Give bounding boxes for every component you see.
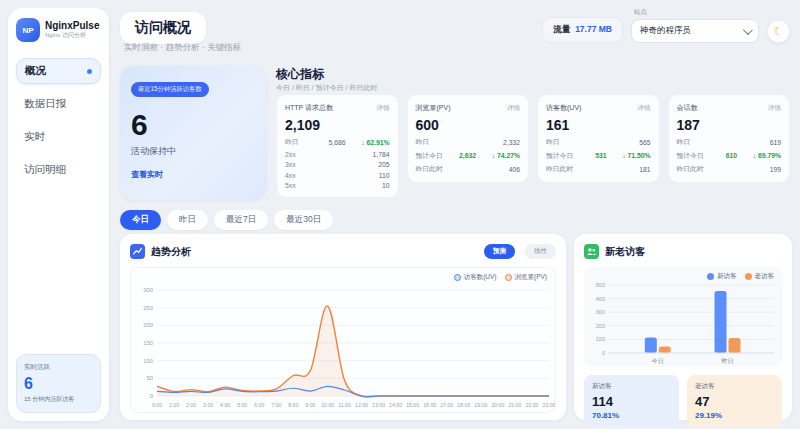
tab-today[interactable]: 今日 — [120, 210, 161, 230]
stat-label: 新访客 — [592, 382, 671, 391]
sidebar: NP NginxPulse Nginx 访问分析 概况 数据日报 实时 访问明细… — [8, 8, 109, 421]
sidebar-item-overview[interactable]: 概况 — [16, 58, 101, 84]
row-delta: ↓ 62.91% — [346, 139, 390, 146]
svg-text:300: 300 — [143, 287, 153, 293]
sidebar-item-label: 访问明细 — [24, 163, 66, 177]
page-title: 访问概况 — [120, 12, 206, 44]
row-value: 199 — [729, 166, 781, 173]
trend-mode-linear-button[interactable]: 线性 — [525, 244, 556, 259]
stat-value: 114 — [592, 394, 671, 409]
sidebar-active-visitors-card: 实时活跃 6 15 分钟内活跃访客 — [16, 354, 101, 413]
header-actions: 流量 17.77 MB 站点 神奇的程序员 ☾ — [542, 8, 790, 43]
svg-text:8:00: 8:00 — [288, 402, 298, 408]
tab-last-7-days[interactable]: 最近7日 — [214, 210, 268, 230]
metric-card-title: 访客数(UV) — [546, 103, 581, 113]
svg-text:0: 0 — [602, 350, 605, 356]
view-realtime-link[interactable]: 查看实时 — [131, 169, 255, 180]
svg-text:19:00: 19:00 — [474, 402, 487, 408]
active-visitors-label: 实时活跃 — [24, 363, 93, 372]
date-range-tabs: 今日 昨日 最近7日 最近30日 — [120, 210, 333, 230]
theme-toggle-button[interactable]: ☾ — [767, 20, 790, 43]
row-label: 预计今日 — [677, 151, 707, 161]
row-label: 昨日 — [416, 137, 468, 147]
visitor-stats: 新访客 114 70.81% 老访客 47 29.19% — [584, 375, 782, 427]
metric-card-detail-link[interactable]: 详情 — [377, 104, 390, 113]
site-select[interactable]: 神奇的程序员 — [631, 19, 759, 43]
sidebar-item-visit-detail[interactable]: 访问明细 — [16, 157, 101, 183]
hero-value: 6 — [131, 108, 255, 142]
metric-card-detail-link[interactable]: 详情 — [507, 104, 520, 113]
svg-text:11:00: 11:00 — [338, 402, 351, 408]
svg-text:4:00: 4:00 — [220, 402, 230, 408]
active-visitors-value: 6 — [24, 375, 93, 393]
svg-text:3:00: 3:00 — [203, 402, 213, 408]
metric-card-pv: 浏览量(PV) 详情 600 昨日2,332 预计今日2,632↓ 74.27%… — [407, 94, 530, 183]
row-value: 610 — [707, 152, 737, 159]
tab-yesterday[interactable]: 昨日 — [167, 210, 208, 230]
row-label: 昨日 — [285, 137, 315, 147]
visitors-bar-chart: 0100200300400500今日昨日 — [584, 267, 782, 367]
svg-text:6:00: 6:00 — [254, 402, 264, 408]
row-value: 565 — [598, 139, 650, 146]
hero-badge: 最近15分钟活跃访客数 — [131, 82, 209, 97]
row-value: 406 — [468, 166, 520, 173]
legend-item-pv: 浏览量(PV) — [505, 273, 548, 282]
row-value: 619 — [729, 139, 781, 146]
app-logo: NP NginxPulse Nginx 访问分析 — [16, 18, 101, 42]
svg-text:0:00: 0:00 — [152, 402, 162, 408]
new-visitor-stat-box: 新访客 114 70.81% — [584, 375, 679, 427]
core-metrics-subtitle: 今日 / 昨日 / 预计今日 / 昨日此时 — [276, 83, 378, 93]
app-subtitle: Nginx 访问分析 — [45, 31, 99, 40]
visitors-icon — [584, 244, 599, 259]
page-subtitle: 实时洞察 · 趋势分析 · 关键指标 — [124, 42, 241, 54]
traffic-label: 流量 — [553, 24, 570, 36]
svg-text:200: 200 — [596, 323, 605, 329]
svg-text:1:00: 1:00 — [169, 402, 179, 408]
svg-text:10:00: 10:00 — [321, 402, 334, 408]
row-label: 昨日此时 — [546, 164, 598, 174]
active-dot-icon — [87, 69, 92, 74]
svg-text:21:00: 21:00 — [508, 402, 521, 408]
metric-card-title: 浏览量(PV) — [416, 103, 451, 113]
svg-text:14:00: 14:00 — [389, 402, 402, 408]
tab-last-30-days[interactable]: 最近30日 — [274, 210, 333, 230]
svg-text:18:00: 18:00 — [457, 402, 470, 408]
trend-line-chart: 0501001502002503000:001:002:003:004:005:… — [131, 268, 555, 412]
svg-text:15:00: 15:00 — [406, 402, 419, 408]
chevron-down-icon — [743, 25, 753, 35]
svg-text:150: 150 — [143, 340, 153, 346]
metric-card-uv: 访客数(UV) 详情 161 昨日565 预计今日531↓ 71.50% 昨日此… — [537, 94, 660, 183]
sidebar-item-realtime[interactable]: 实时 — [16, 124, 101, 150]
metric-card-detail-link[interactable]: 详情 — [638, 104, 651, 113]
trend-title: 趋势分析 — [151, 245, 478, 259]
svg-text:200: 200 — [143, 322, 153, 328]
trend-mode-forecast-button[interactable]: 预测 — [484, 244, 515, 259]
sidebar-item-label: 概况 — [25, 64, 46, 78]
metric-card-detail-link[interactable]: 详情 — [768, 104, 781, 113]
row-value: 531 — [576, 152, 606, 159]
trend-analysis-panel: 趋势分析 预测 线性 访客数(UV) 浏览量(PV) 0501001502002… — [120, 234, 566, 420]
svg-text:0: 0 — [150, 393, 153, 399]
row-delta: ↓ 74.27% — [476, 152, 520, 159]
row-value: 2,332 — [468, 139, 520, 146]
trend-chart-area: 访客数(UV) 浏览量(PV) 0501001502002503000:001:… — [130, 267, 556, 413]
svg-text:17:00: 17:00 — [440, 402, 453, 408]
uv-dot-icon — [454, 274, 461, 281]
metric-card-title: HTTP 请求总数 — [285, 103, 333, 113]
svg-text:250: 250 — [143, 305, 153, 311]
svg-text:13:00: 13:00 — [372, 402, 385, 408]
traffic-badge: 流量 17.77 MB — [542, 17, 623, 43]
svg-text:20:00: 20:00 — [491, 402, 504, 408]
old-visitor-dot-icon — [745, 273, 752, 280]
svg-text:昨日: 昨日 — [722, 358, 734, 365]
metric-card-value: 187 — [677, 117, 782, 133]
row-label: 昨日 — [546, 137, 598, 147]
row-delta: ↓ 71.50% — [607, 152, 651, 159]
row-label: 预计今日 — [546, 151, 576, 161]
app-name: NginxPulse — [45, 20, 99, 31]
svg-text:400: 400 — [596, 296, 605, 302]
sidebar-item-daily-report[interactable]: 数据日报 — [16, 91, 101, 117]
row-value: 1,784 — [337, 151, 389, 158]
stat-label: 老访客 — [695, 382, 774, 391]
metric-card-http-requests: HTTP 请求总数 详情 2,109 昨日5,686↓ 62.91% 2xx1,… — [276, 94, 399, 198]
